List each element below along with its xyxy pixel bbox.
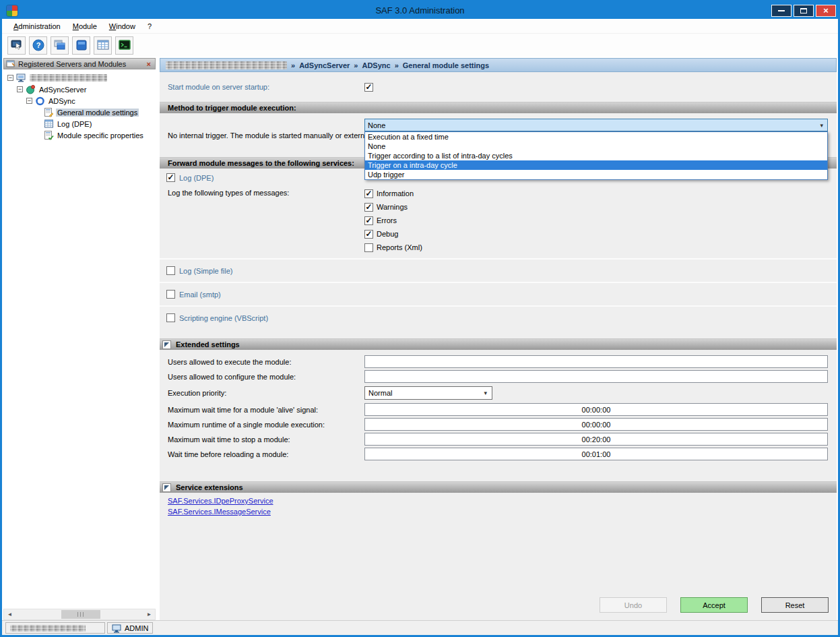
collapse-toggle-icon[interactable]: − xyxy=(17,86,23,92)
information-checkbox[interactable]: ✓ xyxy=(364,189,373,198)
tree-node-adsyncserver[interactable]: AdSyncServer xyxy=(38,86,88,94)
log-simple-checkbox[interactable]: ✓ xyxy=(166,266,175,275)
app-window: SAF 3.0 Administration × Administration … xyxy=(0,0,840,637)
breadcrumb-adsyncserver[interactable]: AdSyncServer xyxy=(299,61,350,69)
collapse-toggle-icon[interactable]: − xyxy=(7,75,13,81)
email-smtp-checkbox[interactable]: ✓ xyxy=(166,290,175,299)
main-panel: » AdSyncServer » ADSync » General module… xyxy=(160,58,837,620)
message-service-link[interactable]: SAF.Services.IMessageService xyxy=(168,508,271,516)
trigger-option[interactable]: Execution at a fixed time xyxy=(365,132,827,142)
help-icon: ? xyxy=(32,38,45,52)
tree-node-adsync[interactable]: ADSync xyxy=(47,97,77,105)
tree-horizontal-scrollbar[interactable]: ◄ ► xyxy=(3,609,156,620)
scripting-engine-label[interactable]: Scripting engine (VBScript) xyxy=(179,314,268,322)
stop-wait-input[interactable] xyxy=(364,433,828,446)
panel-view-button[interactable] xyxy=(72,36,90,55)
log-simple-row: ✓ Log (Simple file) xyxy=(160,258,837,282)
collapse-toggle-icon[interactable]: − xyxy=(26,98,32,104)
start-module-label: Start module on server startup: xyxy=(160,83,364,91)
register-server-icon xyxy=(10,38,24,52)
check-icon: ✓ xyxy=(167,174,174,181)
console-icon xyxy=(118,38,131,52)
exec-users-input[interactable] xyxy=(364,355,828,368)
tree-row-log-dpe: Log (DPE) xyxy=(3,118,156,129)
properties-page-icon xyxy=(44,130,54,140)
reload-wait-input[interactable] xyxy=(364,448,828,460)
breadcrumb-separator: » xyxy=(395,61,399,69)
alive-signal-row: Maximum wait time for a module 'alive' s… xyxy=(160,403,837,416)
menu-window[interactable]: Window xyxy=(103,20,141,32)
trigger-option[interactable]: None xyxy=(365,142,827,151)
section-header-trigger: Method to trigger module execution: xyxy=(160,102,837,113)
tree-node-module-properties[interactable]: Module specific properties xyxy=(56,131,145,140)
reset-button[interactable]: Reset xyxy=(761,597,829,613)
console-button[interactable] xyxy=(115,36,133,55)
dpe-proxy-service-link[interactable]: SAF.Services.IDpeProxyService xyxy=(168,497,273,505)
errors-checkbox[interactable]: ✓ xyxy=(364,216,373,225)
breadcrumb-separator: » xyxy=(354,61,358,69)
tree-node-log-dpe[interactable]: Log (DPE) xyxy=(56,120,93,128)
menu-help[interactable]: ? xyxy=(141,20,158,32)
scrollbar-track[interactable] xyxy=(15,609,143,619)
close-button[interactable]: × xyxy=(816,5,836,17)
email-smtp-label[interactable]: Email (smtp) xyxy=(179,291,221,299)
breadcrumb: » AdSyncServer » ADSync » General module… xyxy=(160,58,837,72)
log-dpe-label[interactable]: Log (DPE) xyxy=(179,174,214,182)
breadcrumb-adsync[interactable]: ADSync xyxy=(362,61,390,69)
trigger-description: No internal trigger. The module is start… xyxy=(160,131,364,140)
service-extension-links: SAF.Services.IDpeProxyService SAF.Servic… xyxy=(160,493,837,518)
log-dpe-checkbox[interactable]: ✓ xyxy=(166,173,175,182)
chevron-down-icon: ▾ xyxy=(820,122,825,129)
trigger-combobox[interactable]: None ▾ xyxy=(364,119,828,131)
trigger-row: No internal trigger. The module is start… xyxy=(160,113,837,157)
register-server-button[interactable] xyxy=(7,36,26,55)
server-name-redacted xyxy=(30,74,107,82)
priority-select[interactable]: Normal ▾ xyxy=(364,386,492,400)
debug-checkbox[interactable]: ✓ xyxy=(364,230,373,239)
tree-node-general-settings[interactable]: General module settings xyxy=(56,109,139,117)
log-simple-label[interactable]: Log (Simple file) xyxy=(179,267,232,275)
section-header-extended: Extended settings xyxy=(160,338,837,350)
close-panel-icon[interactable]: × xyxy=(145,60,153,68)
grid-view-icon xyxy=(96,38,110,52)
settings-content: Start module on server startup: ✓ Method… xyxy=(160,72,837,620)
alive-signal-input[interactable] xyxy=(364,403,828,416)
tree-row-adsyncserver: − AdSyncServer xyxy=(3,84,156,95)
settings-page-icon xyxy=(44,107,54,117)
status-user-cell: ADMIN xyxy=(107,622,153,634)
scrollbar-thumb[interactable] xyxy=(61,610,100,619)
tree-row-server: − xyxy=(3,72,156,84)
scripting-engine-checkbox[interactable]: ✓ xyxy=(166,313,175,322)
collapse-section-icon[interactable] xyxy=(162,340,171,349)
collapse-section-icon[interactable] xyxy=(162,483,171,492)
menu-module[interactable]: Module xyxy=(67,20,103,32)
status-server-cell xyxy=(5,622,105,634)
grid-view-button[interactable] xyxy=(94,36,112,55)
reports-xml-checkbox[interactable]: ✓ xyxy=(364,243,373,252)
module-server-icon xyxy=(26,84,36,94)
start-module-checkbox[interactable]: ✓ xyxy=(364,83,373,92)
tree-row-general-settings: General module settings xyxy=(3,107,156,118)
menu-administration[interactable]: Administration xyxy=(7,20,67,32)
server-icon xyxy=(16,73,26,83)
tree-node-server[interactable] xyxy=(28,74,108,82)
trigger-option[interactable]: Udp trigger xyxy=(365,170,827,179)
admin-user-icon xyxy=(112,624,121,633)
scroll-left-icon[interactable]: ◄ xyxy=(4,609,15,619)
scroll-right-icon[interactable]: ► xyxy=(143,609,155,619)
maximize-icon xyxy=(800,8,807,13)
trigger-option[interactable]: Trigger on a intra-day cycle xyxy=(365,160,827,170)
help-button[interactable]: ? xyxy=(29,36,47,55)
breadcrumb-current-page: General module settings xyxy=(403,61,489,69)
breadcrumb-server-redacted xyxy=(166,61,287,69)
config-users-input[interactable] xyxy=(364,370,828,383)
warnings-checkbox[interactable]: ✓ xyxy=(364,203,373,212)
maximize-button[interactable] xyxy=(794,5,814,17)
max-runtime-input[interactable] xyxy=(364,418,828,431)
check-icon: ✓ xyxy=(365,231,372,238)
undo-button[interactable]: Undo xyxy=(600,597,667,613)
trigger-option[interactable]: Trigger according to a list of intra-day… xyxy=(365,151,827,160)
cascade-windows-button[interactable] xyxy=(51,36,69,55)
accept-button[interactable]: Accept xyxy=(680,597,748,613)
minimize-button[interactable] xyxy=(771,5,791,17)
